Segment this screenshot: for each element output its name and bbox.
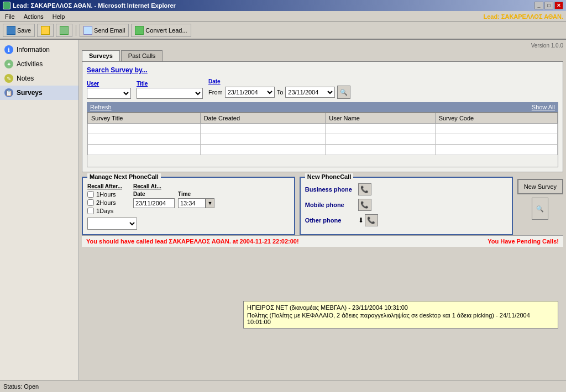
search-row: User Title Date From 23/11/2004 To — [87, 78, 558, 99]
business-phone-row: Business phone 📞 — [305, 183, 507, 195]
sidebar-label-notes: Notes — [17, 75, 34, 82]
content-area: Version 1.0.0 Surveys Past Calls Search … — [79, 40, 566, 380]
phone-icon-3: 📞 — [367, 216, 375, 224]
tab-strip: Surveys Past Calls — [82, 50, 563, 61]
toolbar-separator — [76, 25, 76, 36]
pending-message: You Have Pending Calls! — [488, 238, 559, 245]
recall-at-label: Recall At... — [133, 183, 214, 189]
tab-surveys[interactable]: Surveys — [82, 50, 120, 61]
disk-icon — [41, 26, 50, 35]
from-date-select[interactable]: 23/11/2004 — [225, 87, 275, 98]
title-field: Title — [137, 81, 203, 99]
surveys-icon: 📋 — [4, 88, 13, 97]
col-survey-code: Survey Code — [435, 113, 557, 124]
disk-button[interactable] — [37, 24, 54, 37]
date-range: From 23/11/2004 To 23/11/2004 🔍 — [208, 86, 350, 99]
to-date-select[interactable]: 23/11/2004 — [285, 87, 335, 98]
results-header: Refresh Show All — [87, 102, 558, 112]
recall-select[interactable] — [87, 218, 137, 230]
sidebar-item-activities[interactable]: ✦ Activities — [0, 57, 78, 71]
other-phone-label: Other phone — [305, 217, 355, 224]
manage-phonecall-panel: Manage Next PhoneCall Recall After... 1H… — [82, 177, 295, 235]
time-input[interactable]: 13:34 — [178, 198, 206, 208]
other-phone-btn[interactable]: 📞 — [365, 214, 378, 226]
email-icon — [83, 26, 92, 35]
convert-lead-button[interactable]: Convert Lead... — [131, 24, 191, 37]
sidebar-item-notes[interactable]: ✎ Notes — [0, 71, 78, 86]
title-bar: Lead: ΣΑΚΑΡΕΛΛΟΣ ΑΘΑΝ. - Microsoft Inter… — [0, 0, 566, 11]
sidebar: ℹ Information ✦ Activities ✎ Notes 📋 Sur… — [0, 40, 79, 380]
1hours-label: 1Hours — [96, 191, 116, 198]
information-icon: ℹ — [4, 45, 13, 54]
menu-actions[interactable]: Actions — [22, 13, 46, 20]
results-scroll-container[interactable]: Survey Title Date Created User Name Surv… — [87, 112, 558, 167]
activities-icon: ✦ — [4, 60, 13, 68]
time-dropdown-btn[interactable]: ▼ — [206, 198, 214, 208]
business-phone-btn[interactable]: 📞 — [358, 183, 371, 195]
1hours-checkbox[interactable] — [87, 191, 94, 198]
sidebar-item-surveys[interactable]: 📋 Surveys — [0, 86, 78, 100]
2hours-checkbox-row: 2Hours — [87, 199, 122, 206]
binoculars-icon: 🔍 — [340, 89, 348, 96]
title-select[interactable] — [137, 88, 203, 99]
2hours-checkbox[interactable] — [87, 199, 94, 206]
user-select[interactable] — [87, 88, 131, 99]
menu-file[interactable]: File — [3, 13, 17, 20]
other-phone-row: Other phone ⬇ 📞 — [305, 214, 507, 226]
search-button[interactable]: 🔍 — [337, 86, 350, 99]
status-text: Status: Open — [3, 383, 39, 390]
date-time-row: Date 23/11/2004 Time 13:34 ▼ — [133, 191, 214, 208]
sidebar-label-activities: Activities — [17, 60, 43, 68]
main-layout: ℹ Information ✦ Activities ✎ Notes 📋 Sur… — [0, 40, 566, 380]
convert-icon — [135, 26, 144, 35]
refresh-link[interactable]: Refresh — [90, 104, 112, 110]
survey-mini-btn[interactable]: 🔍 — [532, 198, 548, 220]
1hours-checkbox-row: 1Hours — [87, 191, 122, 198]
phone-icon-1: 📞 — [360, 186, 369, 193]
print-button[interactable] — [56, 24, 72, 37]
close-btn[interactable]: ✕ — [554, 2, 563, 9]
status-bar: Status: Open — [0, 380, 566, 392]
results-table: Survey Title Date Created User Name Surv… — [87, 113, 558, 155]
business-phone-label: Business phone — [305, 186, 355, 193]
mobile-phone-label: Mobile phone — [305, 202, 355, 208]
convert-lead-label: Convert Lead... — [145, 27, 187, 34]
to-label: To — [277, 89, 284, 96]
col-survey-title: Survey Title — [88, 113, 201, 124]
date-field: Date From 23/11/2004 To 23/11/2004 🔍 — [208, 78, 350, 99]
recall-after-label: Recall After... — [87, 183, 122, 189]
menu-help[interactable]: Help — [50, 13, 67, 20]
date-input[interactable]: 23/11/2004 — [133, 198, 175, 208]
1days-checkbox[interactable] — [87, 208, 94, 214]
1days-checkbox-row: 1Days — [87, 208, 122, 214]
mobile-phone-btn[interactable]: 📞 — [358, 199, 371, 211]
tooltip-box: ΗΠΕΙΡΟΣ ΝΕΤ (διανομέας ΜΕΒΓΑΛ) - 23/11/2… — [243, 301, 558, 329]
tab-past-calls[interactable]: Past Calls — [121, 50, 163, 61]
table-row — [88, 134, 558, 145]
print-icon — [60, 26, 69, 35]
app-icon — [3, 2, 11, 9]
send-email-label: Send Email — [94, 27, 125, 34]
survey-mini-icon: 🔍 — [536, 205, 544, 213]
maximize-btn[interactable]: □ — [544, 2, 553, 9]
minimize-btn[interactable]: _ — [534, 2, 543, 9]
recall-after-col: Recall After... 1Hours 2Hours 1Days — [87, 183, 122, 214]
send-email-button[interactable]: Send Email — [80, 24, 129, 37]
sidebar-item-information[interactable]: ℹ Information — [0, 43, 78, 57]
new-phonecall-title: New PhoneCall — [305, 173, 353, 180]
window-controls: _ □ ✕ — [534, 2, 563, 9]
manage-phonecall-title: Manage Next PhoneCall — [87, 173, 161, 180]
version-label: Version 1.0.0 — [82, 43, 563, 49]
warning-message: You should have called lead ΣΑΚΑΡΕΛΛΟΣ Α… — [86, 238, 299, 245]
tooltip-line-2: Πολίτης (Πολίτης με ΚΕΦΑΛΑΙΟ, 2 άδειες π… — [247, 311, 554, 326]
title-label: Title — [137, 81, 203, 87]
search-survey-link[interactable]: Search Survey by... — [87, 66, 558, 74]
new-survey-button[interactable]: New Survey — [517, 179, 563, 194]
save-button[interactable]: Save — [3, 24, 35, 37]
show-all-link[interactable]: Show All — [532, 104, 555, 110]
table-row — [88, 145, 558, 155]
phone-icon-2: 📞 — [360, 201, 369, 209]
recall-row: Recall After... 1Hours 2Hours 1Days — [87, 183, 290, 214]
mobile-phone-row: Mobile phone 📞 — [305, 199, 507, 211]
sidebar-label-surveys: Surveys — [17, 89, 43, 97]
